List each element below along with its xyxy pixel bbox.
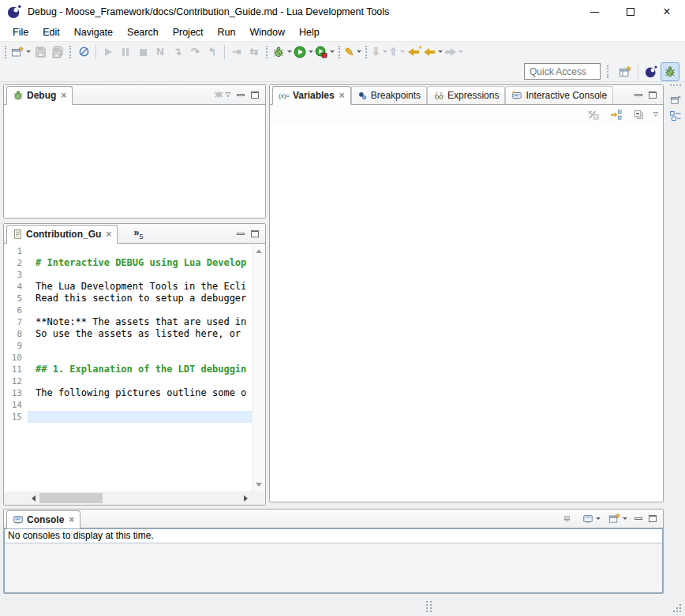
trim-grip[interactable] xyxy=(670,84,681,87)
maximize-view-icon[interactable] xyxy=(251,91,259,99)
toolbar-grip[interactable] xyxy=(607,65,609,78)
editor-text-area[interactable]: 1 2 # Interactive DEBUG using Lua Develo… xyxy=(4,245,252,491)
open-console-button[interactable] xyxy=(608,510,628,528)
toolbar-grip[interactable] xyxy=(69,46,72,58)
tab-debug[interactable]: Debug × xyxy=(6,86,73,105)
step-over-button[interactable]: ↷ xyxy=(186,43,204,61)
scrollbar-thumb[interactable] xyxy=(39,493,103,503)
code-text[interactable]: ## 1. Explanation of the LDT debuggin xyxy=(28,364,252,375)
scroll-right-arrow-icon[interactable] xyxy=(244,495,248,502)
run-button[interactable] xyxy=(293,43,314,61)
toolbar-grip[interactable] xyxy=(266,46,268,58)
line-number[interactable]: 2 xyxy=(4,257,28,269)
code-text[interactable]: So use the assets as listed here, or xyxy=(28,328,252,340)
line-number[interactable]: 8 xyxy=(4,328,28,340)
mark-occurrences-button[interactable]: ✎ xyxy=(344,43,362,61)
step-into-button[interactable]: ↴ xyxy=(169,43,186,61)
resume-button[interactable] xyxy=(99,43,117,61)
open-perspective-button[interactable] xyxy=(616,62,634,81)
menu-search[interactable]: Search xyxy=(120,24,166,40)
debug-perspective-button[interactable] xyxy=(661,62,679,81)
line-number[interactable]: 5 xyxy=(4,293,28,304)
toolbar-grip[interactable] xyxy=(339,46,341,58)
next-annotation-button[interactable]: ⇩ xyxy=(371,43,388,61)
line-number[interactable]: 1 xyxy=(4,245,28,257)
code-text[interactable] xyxy=(28,352,252,364)
view-menu-icon[interactable]: ▽ xyxy=(653,111,658,118)
maximize-button[interactable] xyxy=(612,0,649,24)
suspend-button[interactable] xyxy=(117,43,134,61)
close-icon[interactable]: × xyxy=(106,229,111,240)
menu-edit[interactable]: Edit xyxy=(36,24,67,40)
scroll-down-arrow-icon[interactable] xyxy=(256,483,262,487)
display-selected-console-button[interactable] xyxy=(582,510,601,528)
pin-console-button[interactable] xyxy=(558,510,575,528)
drop-to-frame-button[interactable]: ⇥ xyxy=(228,43,245,61)
view-menu-icon[interactable]: ▽ xyxy=(226,91,230,98)
minimize-view-icon[interactable] xyxy=(634,94,642,96)
line-number[interactable]: 12 xyxy=(4,375,28,387)
menu-project[interactable]: Project xyxy=(166,24,211,40)
maximize-view-icon[interactable] xyxy=(649,91,657,99)
tab-console[interactable]: Console × xyxy=(6,510,80,528)
scroll-up-arrow-icon[interactable] xyxy=(256,249,262,253)
show-type-names-button[interactable] xyxy=(585,106,602,123)
minimize-button[interactable] xyxy=(576,0,612,24)
run-external-tools-button[interactable] xyxy=(314,43,335,61)
close-button[interactable]: × xyxy=(649,0,685,24)
code-text[interactable]: The following pictures outline some o xyxy=(28,387,252,399)
hidden-editors-chevron[interactable]: »5 xyxy=(133,226,143,241)
collapse-all-button[interactable] xyxy=(631,106,648,123)
skip-all-breakpoints-button[interactable] xyxy=(75,43,92,61)
last-edit-location-button[interactable]: ✦ xyxy=(406,43,423,61)
menu-help[interactable]: Help xyxy=(292,24,327,40)
lua-perspective-button[interactable] xyxy=(642,62,661,81)
tab-variables[interactable]: (x)= Variables × xyxy=(272,86,351,105)
remove-all-terminated-icon[interactable]: ×× xyxy=(214,88,219,101)
line-number[interactable]: 13 xyxy=(4,387,28,399)
tab-contribution-guide[interactable]: Contribution_Gu × xyxy=(6,225,118,244)
line-number[interactable]: 10 xyxy=(4,352,28,364)
quick-access-input[interactable] xyxy=(524,63,601,80)
back-button[interactable] xyxy=(423,43,444,61)
menu-run[interactable]: Run xyxy=(211,24,243,40)
new-wizard-button[interactable] xyxy=(10,43,32,61)
code-text[interactable] xyxy=(28,411,252,423)
menu-window[interactable]: Window xyxy=(243,24,292,40)
forward-button[interactable] xyxy=(444,43,464,61)
code-text[interactable] xyxy=(28,269,252,281)
status-drag-handle[interactable] xyxy=(426,601,432,612)
close-icon[interactable]: × xyxy=(61,90,66,101)
line-number[interactable]: 9 xyxy=(4,340,28,352)
code-text[interactable]: **Note:** The assets that are used in xyxy=(28,316,252,328)
vertical-scrollbar[interactable] xyxy=(252,245,265,491)
close-icon[interactable]: × xyxy=(339,90,345,101)
line-number[interactable]: 11 xyxy=(4,364,28,375)
minimize-view-icon[interactable] xyxy=(237,233,245,235)
tab-breakpoints[interactable]: Breakpoints xyxy=(351,86,427,104)
tab-interactive-console[interactable]: Interactive Console xyxy=(505,86,613,104)
menu-file[interactable]: File xyxy=(6,24,36,40)
line-number[interactable]: 14 xyxy=(4,399,28,411)
toolbar-grip[interactable] xyxy=(5,46,7,58)
previous-annotation-button[interactable]: ⇧ xyxy=(388,43,406,61)
resize-grip[interactable] xyxy=(679,610,681,612)
line-number[interactable]: 7 xyxy=(4,316,28,328)
code-text[interactable]: Read this section to setup a debugger xyxy=(28,293,252,304)
disconnect-button[interactable]: N xyxy=(152,43,169,61)
terminate-button[interactable] xyxy=(134,43,152,61)
minimize-view-icon[interactable] xyxy=(634,517,642,520)
code-text[interactable] xyxy=(28,245,252,257)
line-number[interactable]: 4 xyxy=(4,281,28,293)
menu-navigate[interactable]: Navigate xyxy=(67,24,120,40)
line-number[interactable]: 3 xyxy=(4,269,28,281)
close-icon[interactable]: × xyxy=(69,514,74,525)
code-text[interactable] xyxy=(28,304,252,316)
horizontal-scrollbar[interactable] xyxy=(28,491,252,505)
outline-view-button[interactable] xyxy=(668,109,683,125)
use-step-filters-button[interactable]: ⇆ xyxy=(245,43,263,61)
maximize-view-icon[interactable] xyxy=(649,515,657,522)
debug-button[interactable] xyxy=(271,43,293,61)
minimize-view-icon[interactable] xyxy=(237,94,245,96)
code-text[interactable] xyxy=(28,375,252,387)
